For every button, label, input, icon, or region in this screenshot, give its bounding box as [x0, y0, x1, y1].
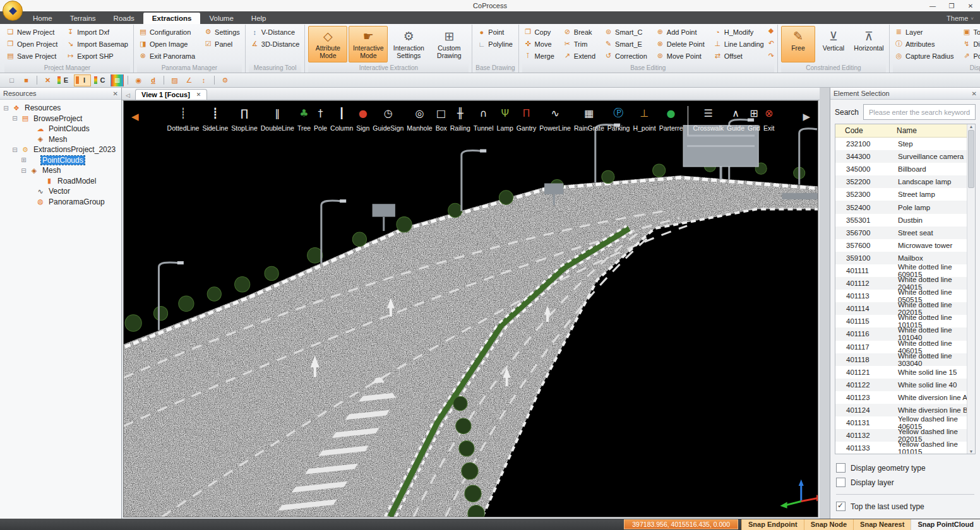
menu-tab[interactable]: Roads — [105, 13, 143, 24]
elevation-display-icon[interactable]: E — [56, 74, 73, 86]
tab-scroll-left-icon[interactable]: ◁ — [124, 91, 132, 100]
correction-button[interactable]: ↺Correction — [602, 50, 649, 62]
tool-pole[interactable]: † Pole — [313, 105, 329, 135]
move-button[interactable]: ✜Move — [522, 38, 556, 50]
scrollbar-thumb[interactable] — [968, 130, 974, 188]
trim-button[interactable]: ✂Trim — [561, 38, 597, 50]
open-project-button[interactable]: ❐Open Project — [4, 38, 59, 50]
minimize-button[interactable]: — — [923, 3, 942, 9]
horizontal-button[interactable]: ⊼Horizontal — [852, 26, 886, 62]
element-row[interactable]: 352200 Landscape lamp — [835, 175, 975, 188]
redo-icon[interactable]: ↷ — [768, 52, 774, 59]
option-checkbox[interactable]: Display geometry type — [836, 463, 974, 473]
solid-box-icon[interactable]: ■ — [20, 74, 33, 86]
custom-drawing-button[interactable]: ⊞Custom Drawing — [429, 26, 469, 62]
tree-expander-icon[interactable]: ⊟ — [11, 146, 18, 153]
menu-tab[interactable]: Extractions — [143, 13, 201, 24]
tool-grid[interactable]: ⊞ Grid — [746, 105, 762, 135]
tool-column[interactable]: ┃ Column — [329, 105, 355, 135]
tree-item-pointclouds-selected[interactable]: ⊞ PointClouds — [0, 155, 121, 166]
element-row[interactable]: 401115 White dotted line 101015 — [835, 315, 975, 327]
tool-gantry[interactable]: Π Gantry — [515, 105, 538, 135]
display-vector-button[interactable]: ↯Display Vector — [960, 38, 980, 50]
merge-button[interactable]: ⊺Merge — [522, 50, 556, 62]
tool-raingrate[interactable]: ▦ RainGrate — [572, 105, 606, 135]
layer-button[interactable]: ≣Layer — [893, 26, 955, 38]
menu-tab[interactable]: Help — [242, 13, 275, 24]
rgb-display-icon[interactable]: ▥ — [111, 74, 124, 86]
option-checkbox[interactable]: Display layer — [836, 478, 974, 487]
element-row[interactable]: 232100 Step — [835, 138, 975, 150]
tool-guide[interactable]: ∧ Guide — [726, 105, 746, 135]
snap-toggle[interactable]: Snap Node — [804, 519, 853, 530]
attributes-button[interactable]: ⓘAttributes — [893, 38, 955, 50]
extend-button[interactable]: ↗Extend — [561, 50, 597, 62]
view-tab-close-icon[interactable]: ✕ — [196, 91, 201, 98]
element-row[interactable]: 401121 White solid line 15 — [835, 366, 975, 379]
menu-tab[interactable]: Volume — [200, 13, 242, 24]
tree-item-mesh-2[interactable]: ⊟ ◈ Mesh — [0, 165, 121, 176]
free-button[interactable]: ✎Free — [781, 26, 815, 62]
tool-dottedline[interactable]: ┊ DottedLine — [165, 105, 201, 135]
column-header-name[interactable]: Name — [889, 124, 975, 137]
element-row[interactable]: 345000 Billboard — [835, 163, 975, 175]
element-row[interactable]: 401132 Yellow dashed line 202015 — [835, 429, 975, 442]
tool-powerline[interactable]: ∿ PowerLine — [538, 105, 573, 135]
capture-radius-button[interactable]: ◎Capture Radius — [893, 50, 955, 62]
settings-button[interactable]: ⚙Settings — [202, 26, 242, 38]
tool-tree[interactable]: ♣ Tree — [296, 105, 312, 135]
element-row[interactable]: 355301 Dustbin — [835, 214, 975, 227]
interaction-settings-button[interactable]: ⚙Interaction Settings — [389, 26, 428, 62]
element-row[interactable]: 401111 White dotted line 609015 — [835, 264, 975, 277]
element-row[interactable]: 401113 White dotted line 050515 — [835, 290, 975, 302]
configuration-button[interactable]: ▤Configuration — [137, 26, 197, 38]
point-button[interactable]: ●Point — [475, 26, 515, 38]
table-scrollbar[interactable]: ▲ ▼ — [967, 124, 975, 454]
tool-box[interactable]: □ Box — [434, 105, 448, 135]
point-symbol-button[interactable]: ⇗Point Symbol — [960, 50, 980, 62]
element-row[interactable]: 401123 White diversion line A — [835, 391, 975, 404]
add-point-button[interactable]: ⊕Add Point — [654, 26, 707, 38]
break-button[interactable]: ⊘Break — [561, 26, 597, 38]
measure-height-icon[interactable]: ↕ — [197, 74, 210, 86]
tool-lamp[interactable]: Ψ Lamp — [495, 105, 515, 135]
theme-selector[interactable]: Theme ˅ — [947, 15, 974, 24]
element-row[interactable]: 401122 White solid line 40 — [835, 379, 975, 391]
new-project-button[interactable]: ❏New Project — [4, 26, 59, 38]
menu-tab[interactable]: Home — [24, 13, 61, 24]
element-row[interactable]: 401131 Yellow dashed line 406015 — [835, 416, 975, 429]
column-header-code[interactable]: Code — [835, 124, 889, 137]
snap-toggle[interactable]: Snap Endpoint — [741, 519, 804, 530]
element-row[interactable]: 356700 Street seat — [835, 227, 975, 239]
attribute-mode-button[interactable]: ◇Attribute Mode — [308, 26, 347, 62]
close-button[interactable]: ✕ — [961, 3, 980, 9]
locate-icon[interactable]: ◉ — [132, 74, 145, 86]
tree-item-browseproject[interactable]: ⊟ ▤ BrowseProject — [0, 114, 121, 124]
element-row[interactable]: 352400 Pole lamp — [835, 201, 975, 213]
interactive-mode-button[interactable]: ☛Interactive Mode — [349, 26, 388, 62]
tree-expander-icon[interactable]: ⊟ — [3, 105, 9, 112]
tool-parterre[interactable]: ● Parterre — [657, 105, 684, 135]
undo-icon[interactable]: ↶ — [768, 40, 774, 47]
element-row[interactable]: 401114 White dotted line 202015 — [835, 302, 975, 315]
export-shp-button[interactable]: ↦Export SHP — [64, 50, 130, 62]
tree-item-panoramagroup[interactable]: ◍ PanoramaGroup — [0, 197, 121, 208]
tool-parking[interactable]: Ⓟ Parking — [606, 105, 631, 135]
tree-item-resources[interactable]: ⊟ ❖ Resources — [0, 103, 121, 114]
element-row[interactable]: 401118 White dotted line 303040 — [835, 353, 975, 366]
element-row[interactable]: 401117 White dotted line 406015 — [835, 341, 975, 353]
tool-guidesign[interactable]: ◷ GuideSign — [371, 105, 405, 135]
fit-view-icon[interactable]: ✕ — [41, 74, 54, 86]
element-row[interactable]: 352300 Street lamp — [835, 188, 975, 201]
checkbox-icon[interactable] — [836, 502, 846, 511]
element-row[interactable]: 344300 Surveillance camera — [835, 150, 975, 163]
panel-button[interactable]: ☑Panel — [202, 38, 242, 50]
tool-tunnel[interactable]: ∩ Tunnel — [472, 105, 495, 135]
measure-area-icon[interactable]: ▨ — [168, 74, 181, 86]
tree-item-extractionsproject-2023[interactable]: ⊟ ⚙ ExtractionsProject_2023 — [0, 144, 121, 155]
tool-manhole[interactable]: ◎ Manhole — [405, 105, 434, 135]
toolbar-scroll-right-icon[interactable]: ▶ — [803, 111, 810, 122]
save-project-button[interactable]: ▤Save Project — [4, 50, 59, 62]
copy-button[interactable]: ❐Copy — [522, 26, 556, 38]
viewport-3d[interactable]: ◀ ┊ DottedLine ┋ SideLine — [123, 100, 818, 517]
